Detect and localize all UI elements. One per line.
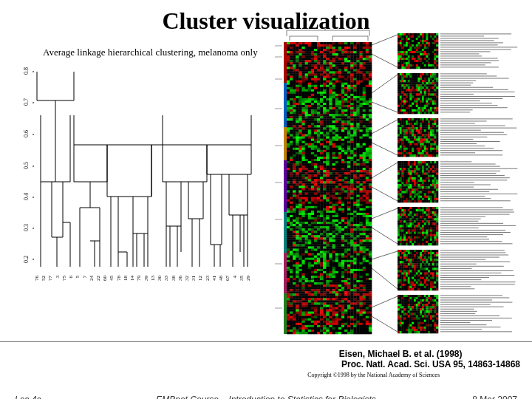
svg-rect-1077	[326, 123, 329, 125]
svg-rect-4712	[430, 148, 432, 150]
svg-rect-1076	[323, 123, 326, 125]
svg-rect-951	[369, 112, 372, 114]
svg-rect-3157	[350, 289, 353, 291]
svg-rect-1999	[320, 197, 323, 200]
svg-rect-1694	[330, 172, 332, 174]
svg-rect-1965	[302, 195, 305, 197]
svg-rect-3995	[432, 62, 434, 64]
svg-rect-3861	[416, 49, 418, 51]
svg-rect-1510	[366, 157, 369, 159]
svg-rect-1277	[338, 139, 341, 141]
svg-rect-4379	[398, 109, 400, 112]
svg-rect-5628	[402, 261, 404, 263]
svg-rect-98	[330, 44, 332, 47]
svg-rect-157	[338, 49, 341, 51]
svg-rect-2081	[314, 204, 317, 206]
svg-rect-1083	[344, 123, 347, 125]
svg-rect-1659	[308, 170, 311, 172]
svg-rect-2659	[369, 249, 372, 251]
svg-rect-3374	[330, 307, 332, 310]
svg-rect-1514	[293, 159, 296, 161]
svg-rect-5464	[414, 239, 416, 241]
svg-rect-6037	[418, 308, 420, 310]
svg-rect-187	[344, 51, 347, 53]
svg-rect-4499	[424, 125, 426, 127]
svg-rect-5569	[410, 254, 412, 256]
svg-rect-5028	[428, 186, 430, 188]
svg-rect-1783	[344, 179, 347, 181]
svg-rect-2015	[369, 197, 372, 200]
svg-rect-3830	[440, 44, 498, 45]
svg-rect-4518	[420, 127, 422, 129]
svg-rect-4726	[416, 150, 418, 152]
svg-rect-3272	[360, 298, 363, 300]
svg-rect-2068	[360, 202, 363, 204]
svg-rect-4536	[414, 129, 416, 132]
svg-rect-1138	[341, 127, 344, 129]
svg-rect-3688	[347, 332, 350, 334]
svg-rect-5378	[410, 230, 412, 232]
svg-rect-6013	[412, 306, 414, 308]
svg-rect-4485	[440, 123, 475, 124]
svg-rect-5650	[403, 263, 406, 265]
svg-text:36: 36	[177, 276, 183, 282]
svg-rect-5259	[424, 216, 426, 218]
svg-rect-3697	[284, 83, 287, 127]
svg-rect-5156	[432, 200, 434, 202]
svg-rect-4511	[406, 127, 408, 129]
svg-rect-258	[305, 58, 308, 60]
svg-rect-3599	[332, 325, 335, 327]
svg-rect-3122	[330, 287, 332, 289]
svg-rect-4320	[406, 103, 408, 105]
svg-rect-4759	[398, 154, 400, 157]
svg-rect-3732	[410, 35, 412, 38]
svg-rect-3134	[366, 287, 369, 289]
svg-rect-3946	[418, 58, 420, 60]
svg-rect-3192	[287, 293, 290, 296]
svg-rect-922	[366, 109, 369, 112]
svg-rect-5034	[398, 188, 400, 191]
svg-rect-1008	[287, 118, 290, 120]
svg-rect-5466	[418, 239, 420, 241]
svg-rect-896	[287, 109, 290, 112]
svg-rect-3723	[434, 33, 437, 35]
svg-rect-4179	[418, 86, 420, 89]
svg-rect-4560	[420, 132, 422, 134]
svg-rect-4200	[418, 89, 420, 91]
svg-rect-3529	[290, 321, 293, 323]
svg-rect-4356	[436, 105, 438, 107]
svg-rect-736	[311, 96, 314, 98]
svg-rect-4615	[403, 139, 406, 141]
svg-rect-4973	[402, 182, 404, 184]
svg-rect-5956	[424, 299, 426, 301]
svg-rect-2855	[369, 265, 372, 267]
svg-rect-777	[350, 98, 353, 100]
svg-rect-4002	[403, 64, 406, 66]
svg-rect-721	[350, 94, 353, 96]
svg-rect-4763	[406, 154, 408, 157]
svg-rect-991	[320, 116, 323, 118]
svg-rect-1234	[293, 137, 296, 139]
svg-rect-1687	[308, 172, 311, 174]
svg-rect-2531	[320, 239, 323, 242]
svg-rect-3925	[418, 55, 420, 58]
svg-rect-1156	[311, 130, 314, 132]
svg-rect-3348	[335, 305, 338, 307]
svg-rect-5132	[426, 198, 429, 200]
svg-rect-2104	[299, 206, 301, 208]
svg-rect-74	[341, 42, 344, 44]
svg-rect-1092	[287, 125, 290, 127]
svg-rect-706	[305, 94, 308, 96]
svg-rect-3607	[356, 325, 359, 327]
svg-rect-2675	[332, 251, 335, 253]
svg-rect-3222	[293, 296, 296, 298]
svg-rect-1376	[299, 148, 301, 150]
svg-rect-4459	[428, 120, 430, 123]
svg-rect-5176	[426, 207, 429, 209]
svg-rect-2773	[290, 260, 293, 262]
svg-rect-4412	[422, 112, 424, 114]
svg-rect-2389	[314, 228, 317, 231]
svg-rect-5228	[403, 214, 406, 216]
svg-rect-1361	[338, 146, 341, 148]
svg-rect-4598	[412, 136, 414, 138]
